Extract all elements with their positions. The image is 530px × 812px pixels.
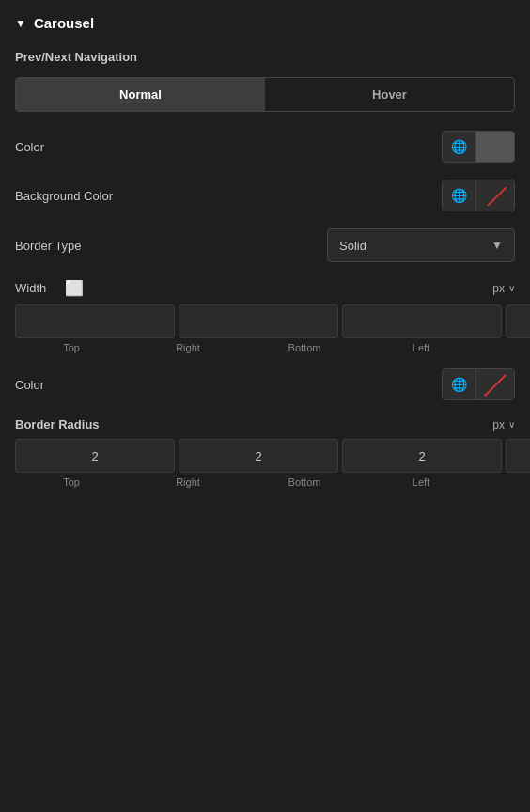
border-radius-bottom-input[interactable] (342, 439, 502, 473)
subsection-title: Prev/Next Navigation (15, 50, 515, 64)
background-color-label: Background Color (15, 189, 113, 203)
border-radius-right-label: Right (132, 476, 244, 488)
section-title: Carousel (34, 15, 94, 31)
dropdown-arrow-icon: ▼ (491, 239, 503, 252)
border-radius-left-label: Left (365, 476, 477, 488)
border-type-label: Border Type (15, 239, 82, 253)
background-color-control[interactable]: 🌐 (442, 180, 515, 211)
tab-normal[interactable]: Normal (16, 78, 265, 111)
globe-icon-bg[interactable]: 🌐 (443, 180, 476, 211)
tab-group: Normal Hover (15, 77, 515, 112)
color-label: Color (15, 140, 44, 154)
width-right-label: Right (132, 342, 244, 353)
border-radius-header-row: Border Radius px ∨ (15, 417, 515, 431)
width-bottom-input[interactable] (342, 304, 502, 338)
width-input-group: 🔗 (15, 304, 515, 338)
color-field-row: Color 🌐 (15, 131, 515, 163)
width-top-input[interactable] (15, 304, 175, 338)
border-color-label: Color (15, 378, 44, 392)
border-type-value: Solid (339, 239, 366, 253)
section-header: ▼ Carousel (15, 15, 515, 31)
border-radius-unit-arrow: ∨ (508, 419, 515, 429)
monitor-icon: ⬜ (65, 279, 84, 297)
width-unit-label: px (492, 282, 505, 295)
border-radius-unit-label: px (492, 418, 505, 431)
border-type-dropdown[interactable]: Solid ▼ (327, 228, 515, 262)
globe-icon-border-color[interactable]: 🌐 (443, 368, 476, 400)
color-swatch-transparent[interactable] (476, 180, 514, 211)
color-swatch-gray[interactable] (476, 131, 514, 163)
border-radius-left-input[interactable] (506, 439, 530, 473)
border-color-field-row: Color 🌐 (15, 368, 515, 400)
width-left-label: Left (365, 342, 477, 353)
color-control[interactable]: 🌐 (442, 131, 515, 163)
width-top-label: Top (15, 342, 128, 353)
border-radius-top-input[interactable] (15, 439, 175, 473)
width-row: Width ⬜ px ∨ (15, 279, 515, 297)
background-color-field-row: Background Color 🌐 (15, 180, 515, 211)
width-unit-arrow: ∨ (508, 283, 515, 293)
tab-hover[interactable]: Hover (265, 78, 514, 111)
border-radius-section: Border Radius px ∨ 🔗 Top Right Bottom Le… (15, 417, 515, 488)
width-right-input[interactable] (179, 304, 338, 338)
color-swatch-red[interactable] (476, 368, 514, 400)
border-type-field-row: Border Type Solid ▼ (15, 228, 515, 262)
width-unit-control[interactable]: px ∨ (492, 282, 515, 295)
border-color-control[interactable]: 🌐 (442, 368, 515, 400)
border-radius-right-input[interactable] (179, 439, 338, 473)
globe-icon-color[interactable]: 🌐 (443, 131, 476, 163)
border-radius-unit-control[interactable]: px ∨ (492, 418, 515, 431)
border-radius-bottom-label: Bottom (248, 476, 361, 488)
width-label: Width (15, 281, 46, 295)
chevron-icon[interactable]: ▼ (15, 17, 26, 30)
width-left-input[interactable] (506, 304, 530, 338)
border-radius-top-label: Top (15, 476, 128, 488)
width-bottom-label: Bottom (248, 342, 361, 353)
border-radius-label: Border Radius (15, 417, 100, 431)
border-radius-input-labels: Top Right Bottom Left (15, 476, 515, 488)
border-radius-input-group: 🔗 (15, 439, 515, 473)
width-input-labels: Top Right Bottom Left (15, 342, 515, 353)
